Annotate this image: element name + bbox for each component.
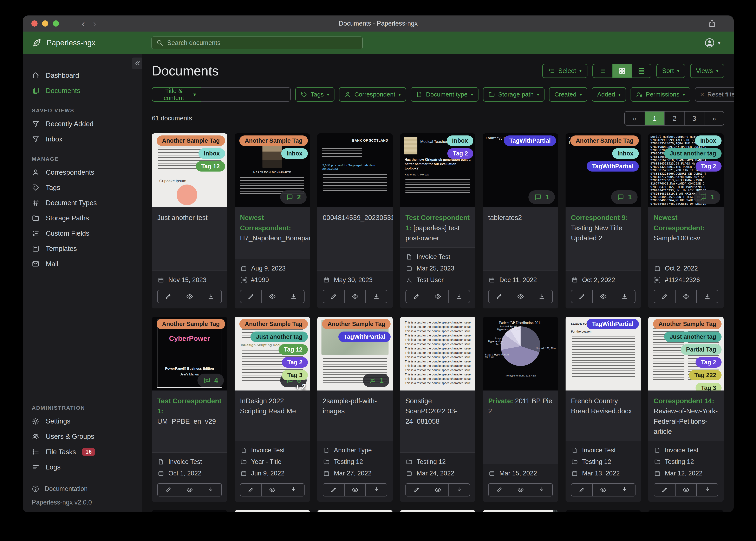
download-button[interactable] [283,483,305,496]
document-preview[interactable]: Contact Sheet DemoJust another tagNewOne [317,510,393,513]
comments-badge[interactable]: 1 [363,373,389,387]
browser-forward-icon[interactable]: › [93,19,96,28]
filter-permissions-button[interactable]: Permissions▾ [631,87,690,102]
document-title-link[interactable]: Newest Correspondent: H7_Napoleon_Bonapa… [240,213,305,243]
download-button[interactable] [200,290,222,303]
sidebar-item-templates[interactable]: Templates [23,241,142,256]
document-card[interactable]: InDesign Scripting DocumentationAnother … [235,317,310,502]
tag-pill[interactable]: Another Sample Tag [157,136,225,146]
document-preview[interactable]: French Country BreadFor the LeavenTagWit… [566,317,641,390]
tag-pill[interactable]: TagWithPartial [587,319,639,329]
sidebar-item-dashboard[interactable]: Dashboard [23,68,142,83]
document-preview[interactable]: one,1.0 five,5.0Another Sample TagInboxT… [566,133,641,207]
select-button[interactable]: Select▾ [542,64,587,78]
document-preview[interactable]: Lorem ipsumLorem ipsum dolor sit amet, c… [648,510,724,513]
sidebar-item-storage-paths[interactable]: Storage Paths [23,211,142,226]
edit-button[interactable] [571,290,593,303]
sidebar-item-document-types[interactable]: Document Types [23,195,142,211]
download-button[interactable] [614,483,636,496]
tag-pill[interactable]: Just another tag [664,148,722,159]
pagination-next[interactable]: » [704,112,724,125]
edit-button[interactable] [240,483,262,496]
title-content-dropdown[interactable]: Title & content▾ [152,87,201,102]
filter-correspondent-button[interactable]: Correspondent▾ [339,87,406,102]
document-preview[interactable]: Medical TeacherHas the new Kirkpatrick g… [400,133,475,207]
document-preview[interactable]: The SATPracticeTest #1Make time to take … [483,510,558,513]
view-button[interactable] [345,290,366,303]
document-card[interactable]: This is a multi page document. Page 1.Ne… [400,510,475,513]
tag-pill[interactable]: TagWithPartial [587,161,639,172]
tag-pill[interactable]: Tag 2 [696,357,722,368]
tag-pill[interactable]: Inbox [198,148,225,159]
tag-pill[interactable]: Another Sample Tag [653,512,722,513]
view-button[interactable] [262,290,283,303]
sidebar-item-settings[interactable]: Settings [23,414,142,429]
document-card[interactable]: Country,Region/State,TagWithPartial1tabl… [483,133,558,308]
download-button[interactable] [366,290,387,303]
sidebar-item-users-groups[interactable]: Users & Groups [23,429,142,444]
browser-back-icon[interactable]: ‹ [82,19,85,28]
sidebar-item-documents[interactable]: Documents [23,83,142,98]
tag-pill[interactable]: Tag 2 [447,148,473,159]
search-input[interactable] [167,39,358,47]
filter-document-type-button[interactable]: Document type▾ [411,87,478,102]
document-preview[interactable]: BANK OF SCOTLAND2,0 % p. a. auf Ihr Tage… [317,133,393,207]
download-button[interactable] [697,483,718,496]
comments-badge[interactable]: 2 [280,190,307,204]
document-preview[interactable]: Boundary Waters TripAnother Sample TagTa… [317,317,393,390]
tag-pill[interactable]: NewOne [521,512,556,513]
tag-pill[interactable]: Tag 222 [689,370,722,380]
sidebar-item-correspondents[interactable]: Correspondents [23,165,142,180]
document-preview[interactable]: Country,Region/State,TagWithPartial1 [483,133,558,207]
tag-pill[interactable]: Tag 3 [696,383,722,390]
view-button[interactable] [510,483,532,496]
document-preview[interactable]: Francja pod rNAPOLEON BONAPARTEAnother S… [235,133,310,207]
document-card[interactable]: Test Name123-456-7890Another Sample Tag [235,510,310,513]
comments-badge[interactable]: 1 [694,190,720,204]
filter-tags-button[interactable]: Tags▾ [295,87,334,102]
view-button[interactable] [345,483,366,496]
pagination-page-2[interactable]: 2 [664,112,684,125]
view-grid-button[interactable] [612,64,632,78]
document-title-link[interactable]: InDesign 2022 Scripting Read Me [240,396,305,416]
tag-pill[interactable]: NewOne [439,512,473,513]
document-card[interactable]: Contact Sheet DemoJust another tagNewOne [317,510,393,513]
pagination-page-1[interactable]: 1 [645,112,664,125]
pagination-page-3[interactable]: 3 [684,112,704,125]
comments-badge[interactable]: 1 [611,190,638,204]
view-button[interactable] [593,290,614,303]
view-button[interactable] [262,483,283,496]
document-card[interactable]: This is a testAnother Sample TagTag 12 [566,510,641,513]
tag-pill[interactable]: Another Sample Tag [653,319,722,329]
edit-button[interactable] [323,290,345,303]
document-card[interactable]: Francja pod rNAPOLEON BONAPARTEAnother S… [235,133,310,308]
sidebar-item-mail[interactable]: Mail [23,256,142,271]
tag-pill[interactable]: Tag 12 [196,161,225,172]
user-menu[interactable]: ▾ [704,38,721,48]
view-button[interactable] [593,483,614,496]
document-preview[interactable]: This is a testAnother Sample TagTag 12 [566,510,641,513]
filter-created-button[interactable]: Created▾ [549,87,587,102]
document-card[interactable]: This is a test for the double space char… [400,317,475,502]
tag-pill[interactable]: Tag 2 [282,357,308,368]
document-card[interactable]: Lorem ipsumLorem ipsum dolor sit amet, c… [648,510,724,513]
document-title-link[interactable]: Newest Correspondent: Sample100.csv [654,213,718,243]
document-title-link[interactable]: 0004814539_20230531 [323,213,387,223]
tag-pill[interactable]: Inbox [281,148,308,159]
document-title-link[interactable]: Test Correspondent 1: UM_PPBE_en_v29 [157,396,222,427]
edit-button[interactable] [405,290,427,303]
view-detail-button[interactable] [632,64,651,78]
download-button[interactable] [200,483,222,496]
reset-filters-button[interactable]: ×Reset filters [695,87,734,102]
edit-button[interactable] [488,290,510,303]
document-card[interactable]: Review ofAnother Sample TagJust another … [648,317,724,502]
tag-pill[interactable]: Tag 3 [282,370,308,380]
sort-button[interactable]: Sort▾ [656,64,685,78]
document-title-link[interactable]: 2sample-pdf-with-images [323,396,387,416]
tag-pill[interactable]: TagWithPartial [338,331,391,342]
document-preview[interactable]: Patient BP Distribution 2011Isolated Sys… [483,317,558,390]
edit-button[interactable] [571,483,593,496]
search-box[interactable] [151,37,363,49]
tag-pill[interactable]: Inbox [447,136,473,146]
download-button[interactable] [366,483,387,496]
